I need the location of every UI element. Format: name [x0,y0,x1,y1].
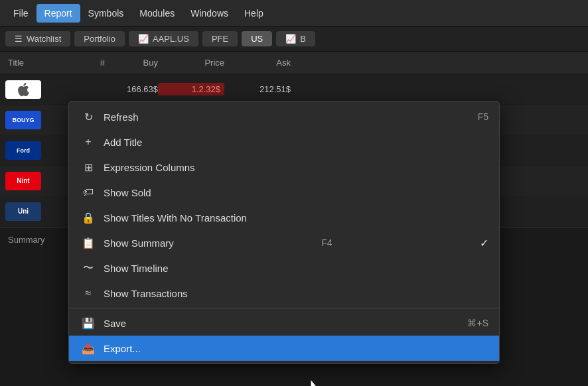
menu-label-show-sold: Show Sold [104,187,151,198]
add-icon: + [80,136,97,148]
chart-icon: 📈 [138,34,149,44]
tab-aapl[interactable]: 📈 AAPL.US [129,31,198,46]
cell-buy-apple: 166.63$ [105,84,158,94]
table-header: Title # Buy Price Ask [0,52,588,74]
menubar-help[interactable]: Help [236,4,271,23]
timeline-icon: 〜 [80,261,97,275]
cell-ask-apple: 212.51$ [224,84,291,94]
menu-item-refresh[interactable]: ↻ Refresh F5 [69,104,499,129]
tab-us[interactable]: US [242,31,272,46]
menu-item-show-summary[interactable]: 📋 Show Summary F4 ✓ [69,230,499,255]
chart-icon-b: 📈 [285,34,296,44]
col-title-header: Title [5,58,65,68]
logo-apple [5,80,41,99]
menu-shortcut-refresh: F5 [478,111,488,122]
tab-b[interactable]: 📈 B [276,31,315,46]
logo-cell-apple [5,80,65,99]
menu-label-export: Export... [104,343,141,354]
col-price-header: Price [158,58,224,68]
col-ask-header: Ask [224,58,291,68]
menu-item-show-sold[interactable]: 🏷 Show Sold [69,180,499,205]
menu-label-refresh: Refresh [104,111,139,123]
menubar-windows[interactable]: Windows [183,4,236,23]
toolbar: ☰ Watchlist Portfolio 📈 AAPL.US PFE US 📈… [0,27,588,52]
menubar-file[interactable]: File [5,4,37,23]
grid-icon: ⊞ [80,161,97,174]
menu-divider [69,308,499,308]
menu-label-add-title: Add Title [104,137,142,148]
cell-price-apple: 1.2.32$ [158,83,224,96]
menu-item-show-titles-no-transaction[interactable]: 🔒 Show Titles With No Transaction [69,205,499,230]
lock-icon: 🔒 [80,212,97,224]
menu-label-show-transactions: Show Transactions [104,288,188,299]
tab-watchlist[interactable]: ☰ Watchlist [5,31,70,46]
watchlist-icon: ☰ [15,34,23,44]
dropdown-menu: ↻ Refresh F5 + Add Title ⊞ Expression Co… [68,101,500,364]
refresh-icon: ↻ [80,111,97,123]
menu-item-show-timeline[interactable]: 〜 Show Timeline [69,255,499,281]
menu-item-save[interactable]: 💾 Save ⌘+S [69,310,499,336]
menu-label-save: Save [104,318,126,329]
menubar: File Report Symbols Modules Windows Help [0,0,588,27]
menu-label-expression-columns: Expression Columns [104,162,195,173]
menu-shortcut-show-summary: F4 [321,237,332,248]
col-hash-header: # [65,58,105,68]
tab-portfolio[interactable]: Portfolio [74,31,125,46]
menu-item-expression-columns[interactable]: ⊞ Expression Columns [69,155,499,180]
menu-shortcut-save: ⌘+S [467,318,488,328]
summary-icon: 📋 [80,237,97,249]
menu-item-show-transactions[interactable]: ≈ Show Transactions [69,281,499,306]
menubar-report[interactable]: Report [37,4,80,23]
menubar-symbols[interactable]: Symbols [80,4,132,23]
dropdown-overlay: ↻ Refresh F5 + Add Title ⊞ Expression Co… [0,101,588,252]
tag-icon: 🏷 [80,186,97,198]
menu-label-show-summary: Show Summary [104,237,174,249]
cursor [311,379,320,386]
menu-item-export[interactable]: 📤 Export... [69,336,499,361]
table-body: 166.63$ 1.2.32$ 212.51$ BOUYG 30 31.37$ … [0,74,588,252]
col-buy-header: Buy [105,58,158,68]
transactions-icon: ≈ [80,287,97,299]
menubar-modules[interactable]: Modules [131,4,183,23]
export-icon: 📤 [80,342,97,355]
menu-item-add-title[interactable]: + Add Title [69,129,499,155]
menu-label-show-timeline: Show Timeline [104,263,169,274]
checkmark-icon: ✓ [480,237,488,249]
tab-pfe[interactable]: PFE [202,31,238,46]
save-icon: 💾 [80,317,97,330]
menu-label-show-titles-no-transaction: Show Titles With No Transaction [104,212,247,224]
